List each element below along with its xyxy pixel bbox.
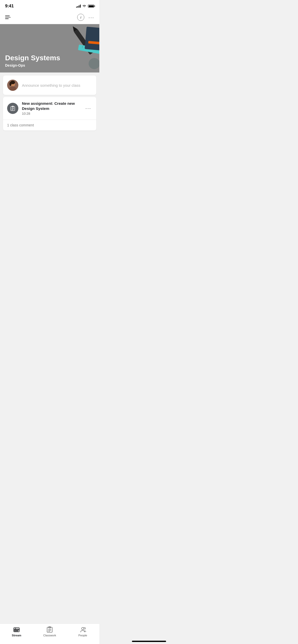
top-nav: i ··· xyxy=(0,11,99,24)
more-options-button[interactable]: ··· xyxy=(88,14,94,20)
svg-line-6 xyxy=(86,47,86,48)
announce-card[interactable]: Announce something to your class xyxy=(3,76,96,95)
signal-icon xyxy=(76,5,81,8)
svg-point-16 xyxy=(9,82,11,86)
assignment-header: New assignment: Create new Design System… xyxy=(3,97,96,120)
clipboard-icon xyxy=(10,106,16,111)
svg-point-10 xyxy=(89,58,99,69)
assignment-card: New assignment: Create new Design System… xyxy=(3,97,96,130)
comment-count: 1 class comment xyxy=(7,123,34,127)
assignment-time: 10:28 xyxy=(22,112,81,115)
info-button[interactable]: i xyxy=(77,14,84,21)
svg-rect-0 xyxy=(74,29,94,55)
assignment-more-button[interactable]: ··· xyxy=(84,104,92,112)
nav-right: i ··· xyxy=(77,14,94,21)
svg-line-8 xyxy=(93,48,94,50)
svg-line-7 xyxy=(90,47,90,49)
svg-rect-9 xyxy=(85,27,99,51)
status-time: 9:41 xyxy=(5,4,14,9)
status-bar: 9:41 xyxy=(0,0,99,11)
avatar xyxy=(7,80,18,91)
assignment-icon xyxy=(7,103,18,114)
status-icons xyxy=(76,5,94,8)
battery-icon xyxy=(88,5,94,8)
svg-rect-11 xyxy=(88,41,99,45)
svg-rect-4 xyxy=(78,45,99,54)
assignment-info: New assignment: Create new Design System… xyxy=(22,101,81,115)
hero-subtitle: Design-Ops xyxy=(5,63,60,67)
svg-rect-3 xyxy=(87,27,92,33)
hero-content: Design Systems Design-Ops xyxy=(5,54,60,67)
menu-icon[interactable] xyxy=(4,14,12,20)
announce-text: Announce something to your class xyxy=(22,83,80,87)
assignment-footer: 1 class comment xyxy=(3,120,96,130)
wifi-icon xyxy=(82,5,86,8)
assignment-title: New assignment: Create new Design System xyxy=(22,101,81,111)
hero-banner: Design Systems Design-Ops xyxy=(0,24,99,72)
svg-rect-2 xyxy=(87,27,99,49)
svg-line-5 xyxy=(82,46,83,48)
svg-marker-1 xyxy=(71,25,78,32)
hero-title: Design Systems xyxy=(5,54,60,62)
